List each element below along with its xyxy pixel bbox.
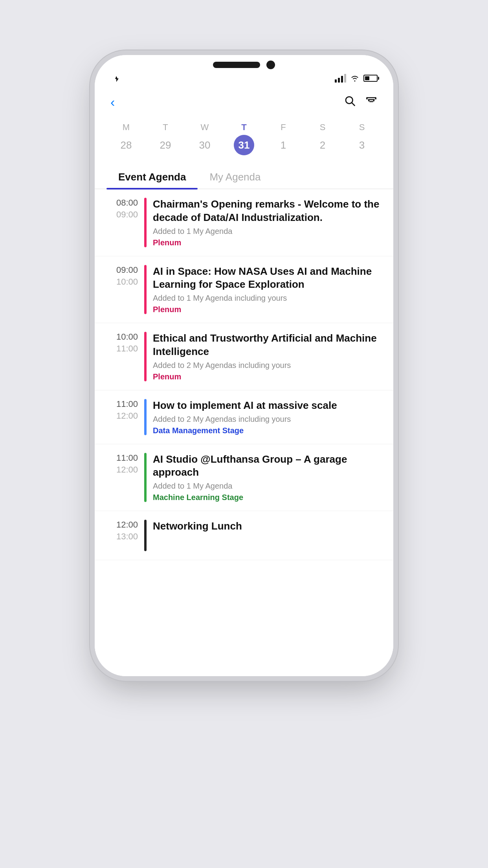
event-details: AI in Space: How NASA Uses AI and Machin… [153, 265, 382, 314]
agenda-item[interactable]: 12:00 13:00 Networking Lunch [95, 511, 393, 560]
notch-pill [213, 62, 260, 68]
calendar-day[interactable]: W 30 [191, 122, 218, 155]
battery-icon [363, 75, 378, 82]
event-meta: Added to 2 My Agendas including yours [153, 361, 382, 370]
day-letter: S [359, 122, 365, 132]
agenda-list: 08:00 09:00 Chairman's Opening remarks -… [95, 189, 393, 568]
event-stage: Machine Learning Stage [153, 493, 382, 502]
filter-icon[interactable] [365, 94, 378, 110]
event-details: AI Studio @Lufthansa Group – A garage ap… [153, 453, 382, 502]
event-title: Networking Lunch [153, 520, 382, 533]
day-letter: T [163, 122, 168, 132]
phone-inner: ‹ [95, 55, 393, 676]
day-number: 31 [234, 135, 254, 155]
status-time [110, 75, 120, 83]
svg-point-12 [373, 100, 374, 101]
color-bar [144, 332, 147, 381]
notch-camera [266, 61, 275, 69]
status-icons [335, 74, 378, 83]
end-time: 12:00 [116, 411, 138, 421]
calendar-day[interactable]: T 29 [152, 122, 179, 155]
start-time: 11:00 [116, 453, 138, 463]
calendar-day[interactable]: M 28 [112, 122, 140, 155]
day-number: 28 [116, 135, 136, 155]
calendar-day[interactable]: T 31 [230, 122, 258, 155]
time-block: 10:00 11:00 [106, 332, 138, 354]
svg-point-6 [366, 98, 368, 99]
event-details: How to implement AI at massive scale Add… [153, 399, 382, 435]
day-number: 29 [155, 135, 176, 155]
app-content: ‹ [95, 86, 393, 676]
time-block: 11:00 12:00 [106, 399, 138, 421]
color-bar [144, 399, 147, 435]
time-block: 08:00 09:00 [106, 198, 138, 220]
end-time: 12:00 [116, 465, 138, 475]
event-meta: Added to 2 My Agendas including yours [153, 415, 382, 424]
event-stage: Plenum [153, 305, 382, 314]
event-details: Networking Lunch [153, 520, 382, 533]
back-chevron-icon: ‹ [110, 94, 115, 110]
agenda-item[interactable]: 09:00 10:00 AI in Space: How NASA Uses A… [95, 256, 393, 324]
hero-title [0, 0, 488, 31]
tab-item[interactable]: Event Agenda [106, 165, 198, 189]
end-time: 09:00 [116, 210, 138, 220]
start-time: 11:00 [116, 399, 138, 409]
start-time: 08:00 [116, 198, 138, 208]
agenda-item[interactable]: 11:00 12:00 How to implement AI at massi… [95, 390, 393, 444]
end-time: 10:00 [116, 277, 138, 287]
color-bar [144, 520, 147, 551]
agenda-item[interactable]: 10:00 11:00 Ethical and Trustworthy Arti… [95, 323, 393, 390]
svg-line-1 [352, 103, 355, 106]
phone-frame: ‹ [95, 55, 393, 676]
event-details: Chairman's Opening remarks - Welcome to … [153, 198, 382, 247]
event-title: AI Studio @Lufthansa Group – A garage ap… [153, 453, 382, 480]
event-title: Chairman's Opening remarks - Welcome to … [153, 198, 382, 224]
time-block: 09:00 10:00 [106, 265, 138, 287]
color-bar [144, 453, 147, 502]
wifi-icon [350, 75, 360, 82]
event-title: AI in Space: How NASA Uses AI and Machin… [153, 265, 382, 292]
search-icon[interactable] [344, 94, 356, 110]
event-stage: Plenum [153, 238, 382, 247]
agenda-item[interactable]: 08:00 09:00 Chairman's Opening remarks -… [95, 189, 393, 256]
calendar-day[interactable]: S 3 [348, 122, 376, 155]
day-number: 3 [352, 135, 372, 155]
svg-point-8 [375, 98, 376, 99]
tab-item[interactable]: My Agenda [198, 165, 272, 189]
event-title: How to implement AI at massive scale [153, 399, 382, 412]
day-number: 1 [273, 135, 294, 155]
color-bar [144, 198, 147, 247]
day-number: 30 [194, 135, 215, 155]
event-details: Ethical and Trustworthy Artificial and M… [153, 332, 382, 381]
end-time: 13:00 [116, 531, 138, 542]
status-bar [95, 55, 393, 86]
nav-bar: ‹ [95, 86, 393, 116]
agenda-item[interactable]: 11:00 12:00 AI Studio @Lufthansa Group –… [95, 444, 393, 511]
end-time: 11:00 [116, 344, 138, 354]
event-meta: Added to 1 My Agenda [153, 227, 382, 236]
time-block: 11:00 12:00 [106, 453, 138, 475]
back-button[interactable]: ‹ [110, 94, 117, 110]
signal-icon [335, 74, 346, 83]
day-number: 2 [312, 135, 333, 155]
day-letter: S [320, 122, 326, 132]
day-letter: M [123, 122, 130, 132]
svg-point-10 [368, 100, 370, 101]
start-time: 09:00 [116, 265, 138, 275]
phone-mockup: ‹ [0, 55, 488, 692]
event-stage: Data Management Stage [153, 426, 382, 435]
day-letter: F [281, 122, 286, 132]
calendar-day[interactable]: S 2 [309, 122, 336, 155]
calendar-strip: M 28 T 29 W 30 T 31 F 1 S 2 S 3 [95, 116, 393, 162]
nav-actions [344, 94, 378, 110]
calendar-day[interactable]: F 1 [270, 122, 297, 155]
time-block: 12:00 13:00 [106, 520, 138, 542]
event-title: Ethical and Trustworthy Artificial and M… [153, 332, 382, 359]
day-letter: T [241, 122, 246, 132]
event-stage: Plenum [153, 372, 382, 381]
color-bar [144, 265, 147, 314]
tab-bar: Event AgendaMy Agenda [95, 165, 393, 189]
notch [189, 55, 299, 75]
start-time: 10:00 [116, 332, 138, 342]
event-meta: Added to 1 My Agenda [153, 482, 382, 491]
